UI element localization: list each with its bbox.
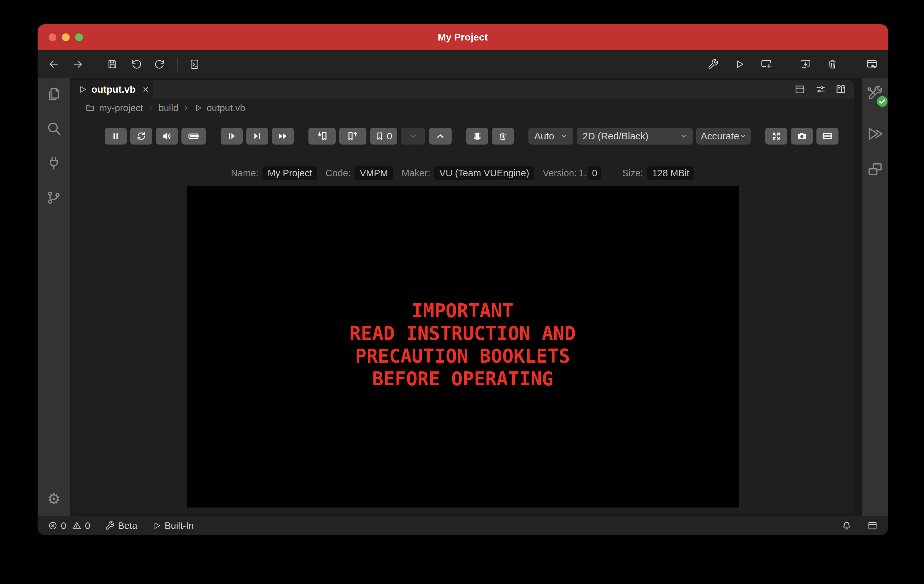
emu-load-state-button[interactable] xyxy=(339,128,366,144)
toggle-panel-button[interactable] xyxy=(867,521,878,531)
build-button[interactable] xyxy=(706,57,720,71)
emu-screenshot-button[interactable] xyxy=(791,128,813,144)
emulator-view: my-project build output.vb xyxy=(71,99,854,513)
vb-warning-text: IMPORTANT READ INSTRUCTION AND PRECAUTIO… xyxy=(186,299,739,390)
emu-step-forward-button[interactable] xyxy=(246,128,268,144)
rom-name-value: My Project xyxy=(262,166,317,180)
arrow-right-icon xyxy=(72,59,83,69)
file-type-icon xyxy=(194,104,203,112)
editor-panel: output.vb my-project bu xyxy=(71,80,854,513)
emulator-tab-icon xyxy=(78,85,87,94)
new-emulator-button[interactable] xyxy=(759,57,773,71)
sram-chip-icon xyxy=(472,131,483,142)
sidebar-item-run[interactable] xyxy=(867,126,883,143)
sidebar-item-explorer[interactable] xyxy=(46,86,62,103)
emulator-screen[interactable]: IMPORTANT READ INSTRUCTION AND PRECAUTIO… xyxy=(186,186,739,508)
status-bar-right xyxy=(842,521,878,531)
vb-warning-line: BEFORE OPERATING xyxy=(186,367,739,390)
emu-reset-button[interactable] xyxy=(130,128,152,144)
close-window-button[interactable] xyxy=(49,33,56,41)
emu-clear-states-button[interactable] xyxy=(492,128,514,144)
emu-fullscreen-button[interactable] xyxy=(765,128,787,144)
build-mode-indicator[interactable]: Beta xyxy=(105,521,137,531)
flash-to-device-button[interactable] xyxy=(799,57,813,71)
sidebar-item-source-control[interactable] xyxy=(46,190,62,207)
clean-build-button[interactable] xyxy=(825,57,840,71)
sidebar-item-search[interactable] xyxy=(46,120,62,137)
device-download-icon xyxy=(800,58,812,70)
pause-icon xyxy=(111,131,121,141)
emu-mute-button[interactable] xyxy=(156,128,178,144)
navigate-back-button[interactable] xyxy=(47,57,61,71)
vb-warning-line: READ INSTRUCTION AND xyxy=(186,322,739,345)
run-double-icon xyxy=(867,126,883,142)
book-icon xyxy=(836,84,847,95)
sidebar-item-build[interactable] xyxy=(867,86,883,103)
rom-name-label: Name: xyxy=(231,168,259,179)
chevron-down-icon xyxy=(560,132,568,140)
emu-state-slot-button[interactable]: 0 xyxy=(370,128,397,144)
emu-fast-forward-button[interactable] xyxy=(272,128,294,144)
terminal-icon xyxy=(189,59,200,69)
refresh-icon xyxy=(136,131,147,141)
rom-version-value: 0 xyxy=(588,166,601,180)
documentation-button[interactable] xyxy=(836,84,847,95)
emu-frequency-select[interactable]: Auto xyxy=(528,128,573,144)
frequency-value: Auto xyxy=(534,131,554,142)
terminal-button[interactable] xyxy=(187,57,201,71)
status-bar: 0 0 Beta Built-In xyxy=(38,516,888,535)
chevron-down-icon xyxy=(408,131,418,141)
emu-display-mode-select[interactable]: 2D (Red/Black) xyxy=(577,128,693,144)
sidebar-item-emulator[interactable] xyxy=(867,161,883,179)
emu-frame-advance-button[interactable] xyxy=(221,128,243,144)
tab-output-vb[interactable]: output.vb xyxy=(71,80,153,99)
navigate-forward-button[interactable] xyxy=(71,57,85,71)
rom-code: Code: VMPM xyxy=(326,166,393,180)
settings-button[interactable]: ⚙ xyxy=(47,491,60,506)
display-mode-value: 2D (Red/Black) xyxy=(582,131,648,142)
redo-icon xyxy=(155,59,165,69)
battery-icon xyxy=(188,130,200,142)
breadcrumb-file[interactable]: output.vb xyxy=(207,103,245,113)
save-button[interactable] xyxy=(105,57,119,71)
trash-icon xyxy=(498,131,508,141)
fullscreen-icon xyxy=(771,131,781,141)
breadcrumb-project[interactable]: my-project xyxy=(99,103,143,113)
emu-clear-sram-button[interactable] xyxy=(466,128,488,144)
play-icon xyxy=(152,521,161,530)
minimize-window-button[interactable] xyxy=(62,33,70,41)
emu-save-state-button[interactable] xyxy=(309,128,336,144)
build-mode-value: Beta xyxy=(118,521,137,531)
notifications-button[interactable] xyxy=(842,521,852,531)
rom-size-label: Size: xyxy=(622,168,643,179)
tab-bar-actions xyxy=(794,80,847,99)
volume-icon xyxy=(161,131,172,142)
emu-decrease-slot-button[interactable] xyxy=(401,128,426,144)
zoom-window-button[interactable] xyxy=(75,33,83,41)
arrow-left-icon xyxy=(48,59,59,69)
emu-controls-button[interactable] xyxy=(817,128,838,144)
run-button[interactable] xyxy=(733,57,747,71)
toolbar-separator xyxy=(177,58,178,71)
emulator-engine-indicator[interactable]: Built-In xyxy=(152,521,194,531)
desktop: My Project xyxy=(0,0,924,584)
toolbar-right-group xyxy=(706,57,879,71)
breadcrumb-dir[interactable]: build xyxy=(158,103,178,113)
redo-button[interactable] xyxy=(153,57,167,71)
folder-icon xyxy=(85,103,95,113)
close-icon[interactable] xyxy=(142,86,150,93)
widget-settings-button[interactable] xyxy=(865,57,879,71)
problems-indicator[interactable]: 0 0 xyxy=(48,521,90,531)
window-title: My Project xyxy=(438,32,488,43)
workbench-body: ⚙ output.vb xyxy=(38,78,888,516)
emu-pause-button[interactable] xyxy=(105,128,127,144)
search-icon xyxy=(46,120,62,136)
emu-accuracy-select[interactable]: Accurate xyxy=(696,128,751,144)
toolbar-separator xyxy=(785,58,786,71)
split-editor-button[interactable] xyxy=(794,84,806,95)
undo-button[interactable] xyxy=(129,57,143,71)
editor-settings-button[interactable] xyxy=(815,84,827,95)
sidebar-item-plugins[interactable] xyxy=(46,155,62,172)
emu-low-battery-button[interactable] xyxy=(182,128,206,144)
emu-increase-slot-button[interactable] xyxy=(429,128,452,144)
